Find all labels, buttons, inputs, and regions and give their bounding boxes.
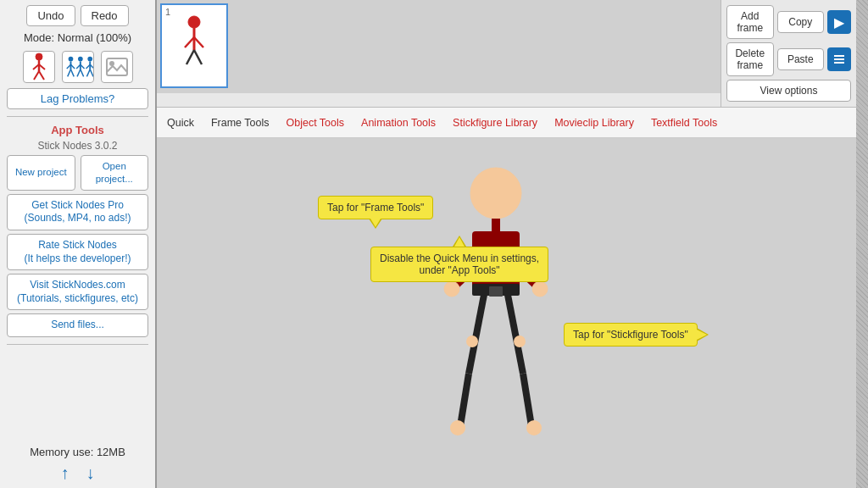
tab-stickfigure-library[interactable]: Stickfigure Library (449, 115, 541, 130)
lag-problems-button[interactable]: Lag Problems? (7, 88, 148, 109)
frame-thumbnail[interactable]: 1 (160, 3, 228, 88)
copy-button[interactable]: Copy (777, 11, 825, 33)
right-panel: Add frame Copy ▶ Delete frame Paste View… (721, 0, 856, 107)
paste-button[interactable]: Paste (777, 48, 825, 70)
toolbar: Quick Frame Tools Object Tools Animation… (157, 108, 856, 138)
send-files-button[interactable]: Send files... (7, 313, 148, 337)
tooltip-arrow-up-inner (454, 237, 465, 247)
frame-strip[interactable]: 1 (157, 0, 721, 93)
figure-icon-row (23, 51, 133, 83)
svg-line-23 (90, 69, 93, 77)
svg-point-41 (444, 281, 459, 297)
svg-point-42 (532, 281, 548, 297)
scroll-arrows: ↑ ↓ (61, 463, 95, 483)
svg-line-30 (186, 50, 194, 64)
rate-button[interactable]: Rate Stick Nodes (It helps the developer… (7, 234, 148, 270)
frame-tools-tooltip: Tap for "Frame Tools" (318, 196, 433, 219)
sidebar: Undo Redo Mode: Normal (100%) (0, 0, 157, 488)
svg-rect-33 (834, 58, 844, 60)
svg-rect-24 (107, 58, 127, 75)
tab-quick[interactable]: Quick (164, 115, 198, 130)
svg-rect-34 (834, 62, 844, 64)
new-project-button[interactable]: New project (7, 155, 75, 191)
svg-point-25 (109, 61, 114, 66)
svg-point-0 (36, 53, 42, 60)
svg-line-16 (77, 69, 81, 77)
tab-object-tools[interactable]: Object Tools (283, 115, 348, 130)
delete-frame-button[interactable]: Delete frame (726, 42, 774, 76)
svg-line-47 (460, 374, 469, 426)
svg-point-18 (87, 57, 92, 62)
settings-button[interactable] (827, 47, 851, 71)
main-area: 1 Add frame Copy ▶ Delete frame (157, 0, 856, 488)
svg-line-44 (508, 295, 523, 374)
pro-button[interactable]: Get Stick Nodes Pro (Sounds, MP4, no ads… (7, 194, 148, 230)
tab-animation-tools[interactable]: Animation Tools (358, 115, 439, 130)
redo-button[interactable]: Redo (81, 5, 129, 26)
tab-movieclip-library[interactable]: Movieclip Library (551, 115, 637, 130)
tooltip-arrow-down-inner (370, 219, 381, 227)
tab-frame-tools[interactable]: Frame Tools (208, 115, 273, 130)
svg-line-28 (185, 37, 194, 47)
mode-label: Mode: Normal (100%) (24, 31, 131, 44)
svg-line-10 (67, 69, 70, 77)
divider-2 (7, 344, 148, 345)
tab-textfield-tools[interactable]: Textfield Tools (648, 115, 721, 130)
memory-label: Memory use: 12MB (30, 446, 125, 458)
svg-line-4 (34, 71, 39, 80)
svg-point-6 (68, 57, 73, 62)
canvas-area[interactable]: Tap for "Frame Tools" Disable the Quick … (157, 138, 856, 488)
svg-line-11 (70, 69, 74, 77)
top-bar: 1 Add frame Copy ▶ Delete frame (157, 0, 856, 108)
svg-point-46 (514, 336, 526, 347)
svg-point-45 (466, 336, 478, 347)
svg-line-31 (194, 50, 202, 64)
view-options-button[interactable]: View options (726, 80, 851, 102)
svg-point-26 (188, 16, 200, 28)
svg-line-22 (86, 69, 90, 77)
svg-rect-32 (834, 55, 844, 57)
right-sidebar-texture (856, 0, 868, 488)
svg-rect-51 (489, 286, 503, 297)
frame-number: 1 (165, 7, 170, 17)
app-tools-title: App Tools (51, 124, 104, 136)
scroll-up-button[interactable]: ↑ (61, 463, 70, 483)
scroll-down-button[interactable]: ↓ (86, 463, 95, 483)
tooltip-arrow-right-inner (697, 330, 707, 340)
stickfigure-tools-tooltip: Tap for "Stickfigure Tools" (564, 323, 698, 347)
svg-line-29 (194, 37, 203, 47)
visit-button[interactable]: Visit StickNodes.com (Tutorials, stickfi… (7, 274, 148, 310)
svg-point-12 (78, 57, 83, 62)
svg-line-48 (523, 374, 531, 426)
play-button[interactable]: ▶ (827, 10, 851, 34)
svg-point-50 (526, 420, 542, 435)
single-figure-icon[interactable] (23, 51, 55, 83)
open-project-button[interactable]: Open project... (81, 155, 149, 191)
quick-menu-tooltip: Disable the Quick Menu in settings, unde… (370, 247, 548, 282)
stickfigure-figure[interactable] (411, 155, 581, 452)
svg-point-35 (470, 168, 521, 219)
svg-point-49 (450, 420, 465, 435)
svg-line-17 (80, 69, 83, 77)
app-version: Stick Nodes 3.0.2 (37, 140, 117, 152)
add-frame-button[interactable]: Add frame (726, 5, 774, 39)
divider-1 (7, 116, 148, 117)
svg-line-5 (39, 71, 44, 80)
group-figure-icon[interactable] (62, 51, 94, 83)
undo-button[interactable]: Undo (26, 5, 75, 26)
image-icon[interactable] (101, 51, 133, 83)
svg-line-43 (469, 295, 484, 374)
